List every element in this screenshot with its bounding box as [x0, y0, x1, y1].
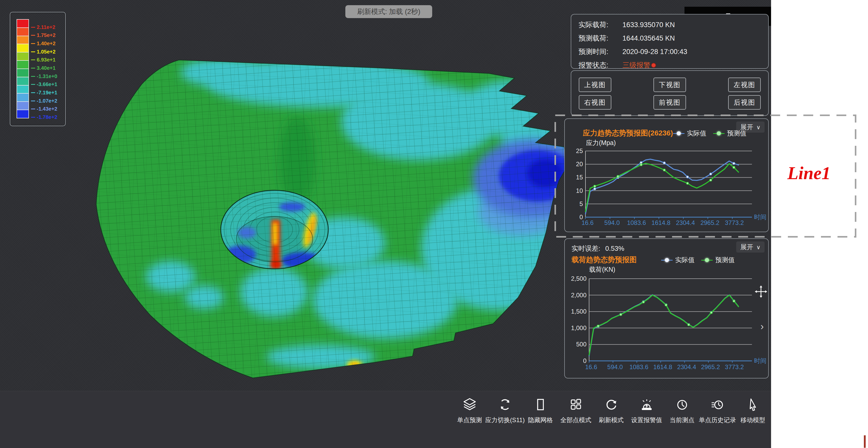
info-row: 报警状态:三级报警 — [579, 59, 763, 71]
error-value: 0.53% — [605, 244, 624, 252]
legend-tick-label: 1.05e+2 — [31, 49, 56, 55]
view-button[interactable]: 前视图 — [653, 95, 686, 110]
toolbar-item-all-points[interactable]: 全部点模式 — [558, 397, 593, 424]
svg-text:594.0: 594.0 — [607, 363, 623, 370]
legend-tick-label: -7.19e+1 — [31, 90, 57, 96]
view-button[interactable]: 上视图 — [579, 78, 611, 92]
legend-cell — [17, 36, 28, 44]
svg-text:594.0: 594.0 — [604, 219, 620, 226]
actual-series-label: 实际值 — [687, 129, 707, 137]
toolbar-item-label: 刷新模式 — [599, 416, 624, 424]
predicted-series-marker — [701, 260, 713, 261]
legend-tick-label: -1.43e+2 — [31, 106, 57, 112]
toolbar-item-cursor[interactable]: 移动模型 — [735, 397, 771, 424]
stress-chart-title: 应力趋势态势预报图(26236) — [583, 128, 673, 138]
view-button[interactable]: 左视图 — [728, 78, 761, 92]
toolbar-item-alarm[interactable]: 设置报警值 — [629, 397, 664, 424]
load-y-axis-title: 载荷(KN) — [589, 265, 615, 274]
model-contour-surface — [78, 47, 594, 393]
info-row: 预测时间:2020-09-28 17:00:43 — [579, 46, 763, 57]
legend-tick-label: -3.66e+1 — [31, 82, 57, 87]
alarm-icon — [640, 397, 654, 412]
legend-tick — [31, 117, 35, 118]
chevron-down-icon: ∨ — [756, 244, 761, 250]
legend-tick-label: 2.11e+2 — [31, 24, 55, 30]
info-value: 1633.935070 KN — [622, 21, 675, 29]
predicted-series-label: 预测值 — [715, 256, 735, 263]
legend-cell — [17, 61, 28, 69]
info-row: 预测载荷:1644.035645 KN — [579, 33, 763, 44]
svg-text:3773.2: 3773.2 — [725, 363, 744, 370]
legend-tick — [31, 109, 35, 109]
svg-text:25: 25 — [576, 147, 583, 154]
info-row: 实际载荷:1633.935070 KN — [579, 19, 763, 30]
svg-text:2304.4: 2304.4 — [676, 219, 695, 226]
svg-text:16.6: 16.6 — [582, 219, 594, 226]
svg-text:1083.6: 1083.6 — [629, 363, 648, 370]
actual-series-marker — [661, 260, 673, 261]
info-label: 报警状态: — [579, 60, 619, 70]
toolbar-item-label: 当前测点 — [670, 416, 694, 424]
toolbar-item-label: 应力切换(S11) — [485, 416, 525, 424]
svg-text:3773.2: 3773.2 — [725, 219, 744, 226]
legend-tick — [31, 100, 35, 101]
view-button[interactable]: 下视图 — [653, 78, 686, 92]
svg-text:1614.8: 1614.8 — [651, 219, 670, 226]
bottom-toolbar: 单点预测应力切换(S11)隐藏网格全部点模式刷新模式设置报警值当前测点单点历史记… — [0, 391, 771, 448]
history-icon — [710, 397, 725, 412]
view-buttons-panel: 上视图下视图左视图右视图前视图后视图 — [571, 70, 769, 116]
model-outline — [96, 60, 568, 378]
legend-tick — [31, 43, 35, 44]
toolbar-item-layers[interactable]: 单点预测 — [452, 397, 487, 424]
legend-tick — [31, 76, 35, 77]
info-rows: 实际载荷:1633.935070 KN预测载荷:1644.035645 KN预测… — [579, 19, 763, 73]
cursor-icon — [746, 397, 760, 412]
svg-text:1083.6: 1083.6 — [627, 219, 646, 226]
pan-handle-icon[interactable] — [755, 286, 767, 298]
legend-tick — [31, 84, 35, 85]
info-label: 实际载荷: — [579, 20, 619, 29]
load-chart-title: 载荷趋势态势预报图 — [571, 255, 637, 265]
toolbar-item-history[interactable]: 单点历史记录 — [700, 397, 735, 424]
stress-legend: 2.11e+21.75e+21.40e+21.05e+26.93e+13.40e… — [10, 12, 66, 126]
legend-cell — [17, 77, 28, 86]
legend-cell — [17, 94, 28, 102]
legend-cell — [17, 53, 28, 61]
svg-text:时间: 时间 — [754, 213, 766, 220]
view-button[interactable]: 右视图 — [579, 95, 611, 110]
view-button[interactable]: 后视图 — [728, 95, 761, 110]
screen: 刷新模式: 加载 (2秒) ─ ✕ 2.11e+21.75e+21.40e+21… — [0, 0, 868, 448]
toolbar-item-stress-switch[interactable]: 应力切换(S11) — [487, 397, 523, 424]
stress-chart-panel: 展开∨ 应力趋势态势预报图(26236) 实际值 预测值 应力(Mpa) 051… — [564, 118, 769, 232]
legend-tick — [31, 35, 35, 36]
line1-annotation: Line1 — [787, 163, 831, 183]
legend-tick-label: 1.40e+2 — [31, 40, 56, 47]
legend-bar — [17, 19, 29, 118]
actual-series-label: 实际值 — [675, 256, 694, 263]
toolbar-item-label: 设置报警值 — [631, 416, 662, 424]
svg-text:10: 10 — [576, 187, 583, 194]
stress-chart[interactable]: 051015202516.6594.01083.61614.82304.4296… — [567, 147, 766, 229]
app-window: 刷新模式: 加载 (2秒) ─ ✕ 2.11e+21.75e+21.40e+21… — [0, 0, 771, 448]
stress-switch-icon — [498, 397, 512, 412]
legend-tick — [31, 68, 35, 68]
load-expand-button[interactable]: 展开∨ — [736, 241, 765, 252]
legend-tick — [31, 59, 35, 60]
svg-text:1,500: 1,500 — [571, 308, 587, 315]
collapse-chevron-right-icon[interactable]: › — [761, 321, 764, 332]
toolbar-item-hide-grid[interactable]: 隐藏网格 — [523, 397, 558, 424]
legend-cell — [17, 86, 28, 94]
stress-chart-legend: 实际值 预测值 — [673, 129, 746, 138]
toolbar-item-clock[interactable]: 当前测点 — [664, 397, 700, 424]
svg-text:2304.4: 2304.4 — [677, 363, 696, 370]
error-label: 实时误差: — [571, 244, 600, 252]
toolbar-item-label: 单点预测 — [457, 416, 482, 424]
refresh-icon — [604, 397, 619, 412]
legend-tick — [31, 92, 35, 93]
load-chart[interactable]: 05001,0001,5002,0002,50016.6594.01083.61… — [567, 273, 766, 375]
predicted-series-marker — [713, 133, 724, 134]
info-value: 1644.035645 KN — [622, 34, 675, 42]
svg-text:2,500: 2,500 — [571, 275, 587, 282]
load-chart-legend: 实际值 预测值 — [661, 256, 735, 264]
toolbar-item-refresh[interactable]: 刷新模式 — [593, 397, 629, 424]
